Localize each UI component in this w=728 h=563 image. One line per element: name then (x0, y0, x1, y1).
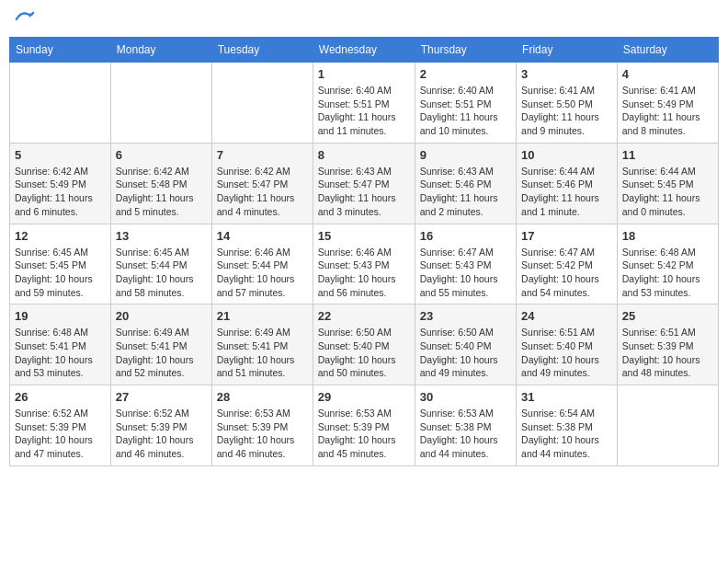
calendar-table: SundayMondayTuesdayWednesdayThursdayFrid… (9, 37, 719, 466)
day-info: Sunrise: 6:46 AM Sunset: 5:43 PM Dayligh… (318, 246, 410, 300)
day-info: Sunrise: 6:47 AM Sunset: 5:43 PM Dayligh… (420, 246, 511, 300)
calendar-day-cell: 7Sunrise: 6:42 AM Sunset: 5:47 PM Daylig… (211, 143, 313, 224)
calendar-week-row: 19Sunrise: 6:48 AM Sunset: 5:41 PM Dayli… (10, 304, 719, 385)
calendar-day-cell: 9Sunrise: 6:43 AM Sunset: 5:46 PM Daylig… (415, 143, 516, 224)
day-number: 15 (318, 229, 410, 243)
calendar-week-row: 12Sunrise: 6:45 AM Sunset: 5:45 PM Dayli… (10, 224, 719, 304)
calendar-day-cell: 25Sunrise: 6:51 AM Sunset: 5:39 PM Dayli… (617, 304, 718, 385)
day-info: Sunrise: 6:41 AM Sunset: 5:50 PM Dayligh… (521, 84, 612, 138)
day-info: Sunrise: 6:54 AM Sunset: 5:38 PM Dayligh… (521, 407, 612, 461)
calendar-day-cell: 1Sunrise: 6:40 AM Sunset: 5:51 PM Daylig… (313, 63, 415, 144)
day-number: 27 (116, 390, 207, 404)
day-info: Sunrise: 6:43 AM Sunset: 5:46 PM Dayligh… (420, 165, 511, 219)
day-info: Sunrise: 6:52 AM Sunset: 5:39 PM Dayligh… (116, 407, 207, 461)
day-info: Sunrise: 6:49 AM Sunset: 5:41 PM Dayligh… (217, 326, 308, 380)
calendar-day-cell: 24Sunrise: 6:51 AM Sunset: 5:40 PM Dayli… (517, 304, 618, 385)
day-number: 21 (217, 309, 308, 323)
day-of-week-header: Wednesday (313, 38, 415, 63)
day-info: Sunrise: 6:53 AM Sunset: 5:39 PM Dayligh… (217, 407, 308, 461)
calendar-day-cell: 28Sunrise: 6:53 AM Sunset: 5:39 PM Dayli… (211, 385, 313, 466)
day-number: 13 (116, 229, 207, 243)
logo (13, 9, 35, 29)
calendar-day-cell: 13Sunrise: 6:45 AM Sunset: 5:44 PM Dayli… (110, 224, 211, 304)
calendar-day-cell: 6Sunrise: 6:42 AM Sunset: 5:48 PM Daylig… (110, 143, 211, 224)
day-number: 31 (521, 390, 612, 404)
day-info: Sunrise: 6:48 AM Sunset: 5:42 PM Dayligh… (622, 246, 713, 300)
day-of-week-header: Sunday (10, 38, 111, 63)
day-number: 18 (622, 229, 713, 243)
day-info: Sunrise: 6:53 AM Sunset: 5:39 PM Dayligh… (318, 407, 410, 461)
day-number: 8 (318, 148, 410, 162)
day-of-week-header: Saturday (617, 38, 718, 63)
day-number: 1 (318, 67, 410, 81)
day-number: 24 (521, 309, 612, 323)
day-number: 10 (521, 148, 612, 162)
day-number: 6 (116, 148, 207, 162)
day-info: Sunrise: 6:52 AM Sunset: 5:39 PM Dayligh… (15, 407, 106, 461)
day-number: 2 (420, 67, 511, 81)
day-number: 9 (420, 148, 511, 162)
day-info: Sunrise: 6:53 AM Sunset: 5:38 PM Dayligh… (420, 407, 511, 461)
calendar-week-row: 5Sunrise: 6:42 AM Sunset: 5:49 PM Daylig… (10, 143, 719, 224)
calendar-day-cell: 26Sunrise: 6:52 AM Sunset: 5:39 PM Dayli… (10, 385, 111, 466)
day-number: 12 (15, 229, 106, 243)
day-number: 30 (420, 390, 511, 404)
calendar-week-row: 26Sunrise: 6:52 AM Sunset: 5:39 PM Dayli… (10, 385, 719, 466)
calendar-week-row: 1Sunrise: 6:40 AM Sunset: 5:51 PM Daylig… (10, 63, 719, 144)
day-number: 25 (622, 309, 713, 323)
day-info: Sunrise: 6:40 AM Sunset: 5:51 PM Dayligh… (420, 84, 511, 138)
calendar-day-cell: 27Sunrise: 6:52 AM Sunset: 5:39 PM Dayli… (110, 385, 211, 466)
day-of-week-header: Tuesday (211, 38, 313, 63)
calendar-day-cell: 10Sunrise: 6:44 AM Sunset: 5:46 PM Dayli… (517, 143, 618, 224)
day-info: Sunrise: 6:50 AM Sunset: 5:40 PM Dayligh… (318, 326, 410, 380)
calendar-day-cell: 5Sunrise: 6:42 AM Sunset: 5:49 PM Daylig… (10, 143, 111, 224)
calendar-day-cell: 21Sunrise: 6:49 AM Sunset: 5:41 PM Dayli… (211, 304, 313, 385)
day-number: 28 (217, 390, 308, 404)
calendar-header-row: SundayMondayTuesdayWednesdayThursdayFrid… (10, 38, 719, 63)
day-number: 11 (622, 148, 713, 162)
day-info: Sunrise: 6:47 AM Sunset: 5:42 PM Dayligh… (521, 246, 612, 300)
calendar-day-cell: 14Sunrise: 6:46 AM Sunset: 5:44 PM Dayli… (211, 224, 313, 304)
day-number: 19 (15, 309, 106, 323)
day-info: Sunrise: 6:42 AM Sunset: 5:49 PM Dayligh… (15, 165, 106, 219)
day-number: 16 (420, 229, 511, 243)
calendar-day-cell: 19Sunrise: 6:48 AM Sunset: 5:41 PM Dayli… (10, 304, 111, 385)
day-number: 20 (116, 309, 207, 323)
calendar-day-cell (10, 63, 111, 144)
day-of-week-header: Thursday (415, 38, 516, 63)
calendar-day-cell: 15Sunrise: 6:46 AM Sunset: 5:43 PM Dayli… (313, 224, 415, 304)
calendar-day-cell (211, 63, 313, 144)
day-of-week-header: Friday (517, 38, 618, 63)
calendar-day-cell: 23Sunrise: 6:50 AM Sunset: 5:40 PM Dayli… (415, 304, 516, 385)
calendar-day-cell: 31Sunrise: 6:54 AM Sunset: 5:38 PM Dayli… (517, 385, 618, 466)
day-info: Sunrise: 6:48 AM Sunset: 5:41 PM Dayligh… (15, 326, 106, 380)
day-info: Sunrise: 6:51 AM Sunset: 5:39 PM Dayligh… (622, 326, 713, 380)
day-info: Sunrise: 6:41 AM Sunset: 5:49 PM Dayligh… (622, 84, 713, 138)
calendar-day-cell: 20Sunrise: 6:49 AM Sunset: 5:41 PM Dayli… (110, 304, 211, 385)
day-number: 4 (622, 67, 713, 81)
day-info: Sunrise: 6:50 AM Sunset: 5:40 PM Dayligh… (420, 326, 511, 380)
calendar-day-cell: 12Sunrise: 6:45 AM Sunset: 5:45 PM Dayli… (10, 224, 111, 304)
day-number: 7 (217, 148, 308, 162)
calendar-day-cell (617, 385, 718, 466)
calendar-day-cell: 16Sunrise: 6:47 AM Sunset: 5:43 PM Dayli… (415, 224, 516, 304)
logo-icon (15, 9, 35, 29)
day-number: 17 (521, 229, 612, 243)
calendar-day-cell: 17Sunrise: 6:47 AM Sunset: 5:42 PM Dayli… (517, 224, 618, 304)
day-info: Sunrise: 6:42 AM Sunset: 5:47 PM Dayligh… (217, 165, 308, 219)
calendar-day-cell: 4Sunrise: 6:41 AM Sunset: 5:49 PM Daylig… (617, 63, 718, 144)
day-info: Sunrise: 6:44 AM Sunset: 5:45 PM Dayligh… (622, 165, 713, 219)
calendar-day-cell: 29Sunrise: 6:53 AM Sunset: 5:39 PM Dayli… (313, 385, 415, 466)
day-info: Sunrise: 6:43 AM Sunset: 5:47 PM Dayligh… (318, 165, 410, 219)
calendar-day-cell: 18Sunrise: 6:48 AM Sunset: 5:42 PM Dayli… (617, 224, 718, 304)
calendar-day-cell: 8Sunrise: 6:43 AM Sunset: 5:47 PM Daylig… (313, 143, 415, 224)
day-info: Sunrise: 6:40 AM Sunset: 5:51 PM Dayligh… (318, 84, 410, 138)
calendar-day-cell (110, 63, 211, 144)
day-info: Sunrise: 6:46 AM Sunset: 5:44 PM Dayligh… (217, 246, 308, 300)
calendar-day-cell: 3Sunrise: 6:41 AM Sunset: 5:50 PM Daylig… (517, 63, 618, 144)
day-info: Sunrise: 6:51 AM Sunset: 5:40 PM Dayligh… (521, 326, 612, 380)
day-info: Sunrise: 6:44 AM Sunset: 5:46 PM Dayligh… (521, 165, 612, 219)
calendar-body: 1Sunrise: 6:40 AM Sunset: 5:51 PM Daylig… (10, 63, 719, 466)
day-of-week-header: Monday (110, 38, 211, 63)
calendar-day-cell: 22Sunrise: 6:50 AM Sunset: 5:40 PM Dayli… (313, 304, 415, 385)
